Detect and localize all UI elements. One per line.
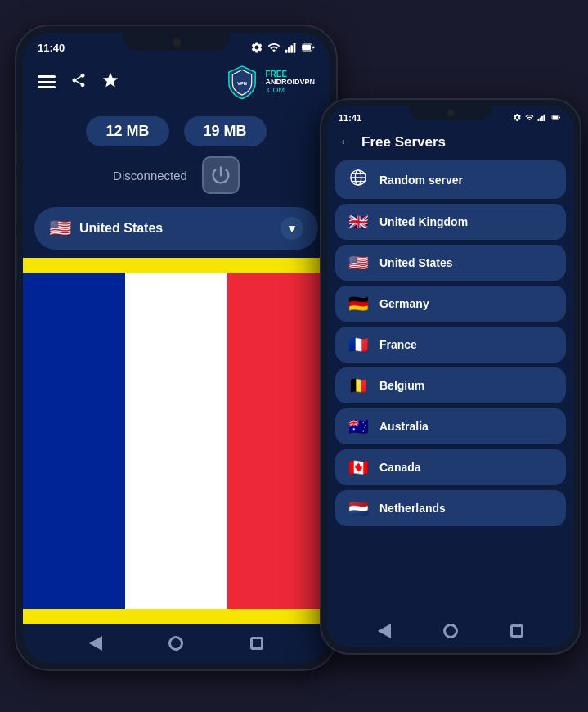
stats-area: 12 MB 19 MB [23,105,330,153]
connection-status: Disconnected [113,169,187,183]
volume-up-button [15,133,17,165]
svg-rect-10 [541,116,543,121]
share-svg [70,72,87,88]
svg-rect-9 [540,118,541,122]
hamburger-menu-icon[interactable] [38,75,56,88]
svg-rect-13 [559,117,560,119]
power-toggle-button[interactable] [202,156,240,194]
home-button1[interactable] [166,633,186,653]
home-button2[interactable] [441,621,460,641]
server-selector[interactable]: 🇺🇸 United States ▼ [34,207,318,250]
app-bar1: VPN FREE ANDROIDVPN .COM [23,59,330,105]
svg-rect-8 [537,119,539,121]
svg-rect-0 [285,50,288,53]
france-flag-red [227,273,330,609]
screen-title2: Free Servers [361,134,446,151]
server-name: Netherlands [379,502,446,515]
phone2-screen: 11:41 [327,106,574,647]
logo-shield-icon: VPN [224,64,260,100]
settings-icon [250,41,263,54]
settings-icon2 [513,113,522,122]
server-flag: 🇩🇪 [347,294,370,313]
svg-rect-1 [288,47,290,53]
france-flag-blue [23,273,125,609]
share-icon[interactable] [70,72,87,92]
battery-icon [302,41,315,54]
server-flag: 🇨🇦 [347,457,370,477]
server-flag: 🇬🇧 [347,212,370,232]
status-time1: 11:40 [38,42,65,54]
france-flag [23,273,330,609]
back-triangle-icon [89,636,102,651]
server-list-item[interactable]: Random server [335,160,566,199]
server-list-item[interactable]: 🇦🇺Australia [335,408,566,444]
phone1-screen: 11:40 [23,33,330,663]
home-circle-icon [168,636,183,651]
connection-row: Disconnected [23,153,330,202]
back-button1[interactable] [86,633,105,653]
back-triangle-icon2 [378,624,391,638]
server-list-item[interactable]: 🇨🇦Canada [335,449,566,485]
selected-server-name: United States [79,221,272,236]
server-flag: 🇦🇺 [347,417,370,436]
server-flag [347,169,370,191]
logo-area: VPN FREE ANDROIDVPN .COM [224,64,315,100]
recents-button2[interactable] [507,621,527,641]
svg-rect-5 [312,47,314,49]
star-svg [101,71,119,89]
server-list-item[interactable]: 🇺🇸United States [335,245,566,281]
bottom-nav2 [327,615,574,647]
logo-domain-text: .COM [265,87,315,95]
server-name: United Kingdom [379,215,468,228]
server-list-item[interactable]: 🇫🇷France [335,327,566,363]
status-time2: 11:41 [339,113,361,123]
server-name: Germany [379,297,429,310]
server-name: Canada [379,461,421,474]
hamburger-line3 [38,86,56,88]
status-icons1 [250,41,315,54]
server-flag: 🇳🇱 [347,498,370,518]
back-button2[interactable]: ← [339,133,353,151]
home-circle-icon2 [443,624,458,638]
server-name: Random server [379,173,463,187]
upload-stat: 19 MB [184,116,267,146]
scene: 11:40 [0,0,588,712]
selected-server-flag: 🇺🇸 [49,218,71,239]
server-name: France [379,338,417,351]
server-list-item[interactable]: 🇬🇧United Kingdom [335,204,566,240]
server-name: Australia [379,420,429,433]
back-button2-nav[interactable] [375,621,394,641]
svg-rect-2 [290,45,293,52]
server-flag: 🇺🇸 [347,253,370,273]
logo-free-text: FREE [265,70,315,79]
svg-rect-11 [543,115,545,121]
yellow-bar-bottom [23,609,330,624]
wifi-icon2 [525,113,534,122]
mute-button [15,235,17,280]
app-bar2: ← Free Servers [327,127,574,157]
power-icon [209,164,232,187]
server-list-item[interactable]: 🇳🇱Netherlands [335,490,566,526]
volume-down-button [15,178,17,223]
server-name: United States [379,256,452,269]
recents-square-icon2 [510,624,523,638]
svg-rect-6 [303,45,311,50]
svg-text:VPN: VPN [237,81,247,86]
logo-text: FREE ANDROIDVPN .COM [265,70,315,95]
bottom-nav1 [23,624,330,663]
favorite-icon[interactable] [101,71,119,92]
hamburger-line1 [38,75,56,78]
phone2: 11:41 [320,98,581,655]
server-flag: 🇧🇪 [347,376,370,395]
svg-rect-3 [294,43,296,53]
yellow-bar-top [23,258,330,273]
server-list-item[interactable]: 🇩🇪Germany [335,286,566,322]
status-icons2 [513,113,563,122]
chevron-down-icon: ▼ [281,217,303,240]
server-list-item[interactable]: 🇧🇪Belgium [335,367,566,403]
phone1: 11:40 [15,25,338,671]
camera2 [447,110,454,116]
recents-button1[interactable] [247,633,267,653]
france-flag-white [125,273,227,609]
hamburger-line2 [38,81,56,83]
